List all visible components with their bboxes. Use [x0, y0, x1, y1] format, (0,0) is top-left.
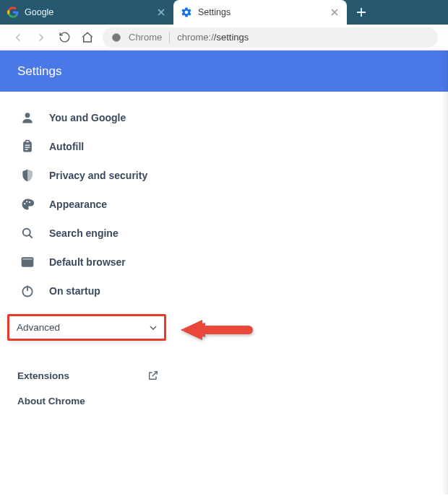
- sidebar-item-appearance[interactable]: Appearance: [0, 190, 448, 219]
- svg-rect-3: [26, 141, 30, 143]
- sidebar-item-label: Autofill: [49, 141, 84, 152]
- sidebar-item-label: About Chrome: [17, 396, 85, 406]
- site-label: Chrome: [129, 32, 162, 43]
- svg-rect-12: [22, 258, 33, 260]
- sidebar-item-label: On startup: [49, 285, 100, 297]
- settings-sidebar: You and Google Autofill Privacy and secu…: [0, 92, 448, 414]
- settings-header: Settings: [0, 51, 448, 92]
- sidebar-item-extensions[interactable]: Extensions: [0, 362, 166, 388]
- clipboard-icon: [20, 139, 35, 154]
- sidebar-item-label: Default browser: [49, 256, 126, 268]
- svg-point-1: [25, 113, 30, 118]
- address-bar[interactable]: Chrome chrome://settings: [103, 27, 438, 48]
- svg-point-0: [112, 33, 121, 42]
- sidebar-item-default-browser[interactable]: Default browser: [0, 248, 448, 277]
- annotation-arrow: [181, 317, 253, 343]
- sidebar-item-search-engine[interactable]: Search engine: [0, 219, 448, 248]
- home-button[interactable]: [79, 30, 95, 45]
- site-info-icon[interactable]: [111, 32, 121, 43]
- svg-point-7: [24, 203, 25, 204]
- browser-icon: [20, 255, 35, 269]
- sidebar-item-label: Advanced: [17, 322, 60, 333]
- sidebar-item-you-and-google[interactable]: You and Google: [0, 103, 448, 132]
- sidebar-item-label: Appearance: [49, 199, 107, 210]
- svg-point-9: [29, 201, 30, 203]
- reload-button[interactable]: [56, 30, 72, 45]
- sidebar-item-on-startup[interactable]: On startup: [0, 277, 448, 305]
- forward-button[interactable]: [33, 30, 49, 45]
- sidebar-item-privacy[interactable]: Privacy and security: [0, 161, 448, 190]
- google-favicon: [7, 6, 19, 18]
- shield-icon: [20, 168, 35, 183]
- omnibox-separator: [169, 32, 170, 43]
- tab-title: Google: [25, 7, 150, 17]
- url-text: chrome://settings: [177, 32, 249, 43]
- sidebar-item-label: Search engine: [49, 227, 119, 239]
- palette-icon: [20, 197, 35, 212]
- svg-point-8: [26, 201, 27, 202]
- sidebar-item-autofill[interactable]: Autofill: [0, 132, 448, 161]
- svg-rect-14: [202, 326, 253, 334]
- sidebar-item-label: Privacy and security: [49, 170, 147, 181]
- gear-icon: [181, 6, 192, 18]
- svg-point-10: [23, 229, 30, 236]
- close-icon[interactable]: [156, 7, 166, 17]
- sidebar-item-label: Extensions: [17, 370, 69, 381]
- power-icon: [20, 284, 35, 298]
- person-icon: [20, 110, 35, 125]
- tab-strip: Google Settings: [0, 0, 448, 25]
- external-link-icon: [147, 370, 159, 381]
- tab-google[interactable]: Google: [0, 0, 173, 25]
- secondary-section: Extensions About Chrome: [0, 341, 448, 414]
- chevron-down-icon: [150, 324, 157, 331]
- svg-rect-4: [25, 145, 30, 146]
- sidebar-item-advanced[interactable]: Advanced: [7, 314, 166, 341]
- svg-rect-5: [25, 147, 30, 147]
- search-icon: [20, 226, 35, 240]
- tab-title: Settings: [198, 7, 324, 17]
- close-icon[interactable]: [329, 7, 340, 17]
- browser-toolbar: Chrome chrome://settings: [0, 25, 448, 51]
- sidebar-item-about-chrome[interactable]: About Chrome: [0, 388, 166, 414]
- new-tab-button[interactable]: [351, 2, 371, 22]
- sidebar-item-label: You and Google: [49, 112, 126, 123]
- back-button[interactable]: [10, 30, 26, 45]
- page-title: Settings: [17, 64, 61, 79]
- tab-settings[interactable]: Settings: [173, 0, 347, 25]
- svg-rect-6: [25, 149, 28, 149]
- advanced-highlight: Advanced: [7, 314, 441, 341]
